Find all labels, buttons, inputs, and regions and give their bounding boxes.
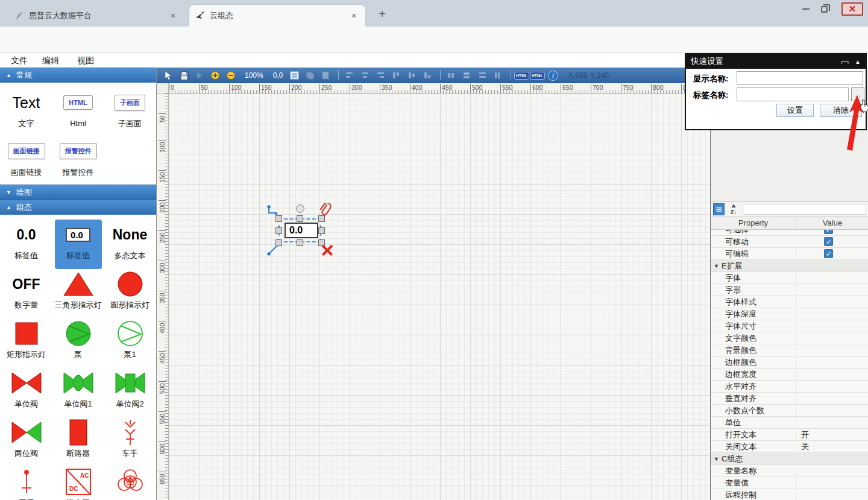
- property-value[interactable]: ✓: [796, 230, 868, 235]
- new-tab-button[interactable]: +: [375, 7, 389, 22]
- property-row-可移动[interactable]: 可移动✓: [711, 236, 868, 248]
- distribute-v-icon[interactable]: [491, 69, 505, 81]
- tab-close-icon[interactable]: ×: [348, 10, 359, 21]
- property-row-字体深度[interactable]: 字体深度: [711, 308, 868, 320]
- collapse-arrow-icon[interactable]: ▲: [855, 59, 861, 65]
- property-value[interactable]: [796, 296, 868, 308]
- resize-handle[interactable]: [297, 239, 303, 246]
- property-row-背景颜色[interactable]: 背景颜色: [711, 344, 868, 356]
- rotate-handle[interactable]: [296, 204, 304, 213]
- property-value[interactable]: [796, 332, 868, 344]
- section-header-scada[interactable]: ▲ 组态: [0, 200, 156, 215]
- palette-item-两位阀[interactable]: 两位阀: [1, 417, 52, 467]
- zoom-out-icon[interactable]: [224, 69, 237, 81]
- property-row-文字颜色[interactable]: 文字颜色: [711, 332, 868, 344]
- palette-item-单位阀2[interactable]: 单位阀2: [104, 368, 156, 417]
- property-row-单位[interactable]: 单位: [711, 417, 868, 429]
- checkbox-checked-icon[interactable]: ✓: [824, 249, 833, 258]
- property-value[interactable]: [796, 356, 868, 368]
- html-export-icon[interactable]: HTML: [515, 69, 528, 81]
- palette-item-报警控件[interactable]: 报警控件报警控件: [52, 136, 104, 185]
- property-value[interactable]: [796, 344, 868, 356]
- palette-item-刀闸[interactable]: 刀闸: [1, 467, 52, 500]
- zoom-in-icon[interactable]: [209, 69, 222, 81]
- property-filter-box[interactable]: [743, 204, 866, 215]
- property-value[interactable]: [796, 417, 868, 428]
- palette-item-矩形指示灯[interactable]: 矩形指示灯: [1, 318, 52, 368]
- align-right-icon[interactable]: [374, 69, 387, 81]
- property-value[interactable]: [796, 405, 868, 416]
- palette-item-三角形指示灯[interactable]: 三角形指示灯: [52, 269, 104, 318]
- property-value[interactable]: ✓: [796, 236, 868, 247]
- dock-icon[interactable]: ⌐¬: [841, 57, 848, 66]
- section-header-general[interactable]: ▲ 常规: [0, 68, 156, 83]
- palette-item-断路器[interactable]: 断路器: [52, 417, 104, 467]
- browser-tab-2-active[interactable]: 云组态 ×: [189, 5, 365, 27]
- palette-item-泵1[interactable]: 泵1: [104, 318, 156, 368]
- palette-item-单位阀1[interactable]: 单位阀1: [52, 368, 104, 417]
- connector-line-icon[interactable]: [266, 243, 280, 256]
- palette-item-圆形指示灯[interactable]: 圆形指示灯: [104, 269, 156, 318]
- resize-handle[interactable]: [297, 215, 303, 222]
- property-value[interactable]: [796, 477, 868, 489]
- property-row-边框颜色[interactable]: 边框颜色: [711, 356, 868, 369]
- palette-item-PT[interactable]: PT: [104, 467, 156, 500]
- property-value[interactable]: [796, 308, 868, 320]
- paste-icon[interactable]: [319, 69, 332, 81]
- property-row-可编辑[interactable]: 可编辑✓: [711, 248, 868, 260]
- property-value[interactable]: [796, 320, 868, 332]
- menu-file[interactable]: 文件: [6, 53, 33, 68]
- property-value[interactable]: [796, 272, 868, 283]
- design-canvas[interactable]: 0.0: [169, 93, 710, 500]
- quick-settings-header[interactable]: 快速设置 ⌐¬ ▲: [686, 54, 866, 69]
- run-icon[interactable]: [193, 69, 206, 81]
- align-top-icon[interactable]: [389, 69, 403, 81]
- display-name-input[interactable]: [737, 71, 863, 85]
- attach-paperclip-icon[interactable]: [318, 203, 333, 219]
- resize-handle[interactable]: [318, 227, 325, 234]
- align-middle-icon[interactable]: [405, 69, 418, 81]
- palette-item-标签值[interactable]: 0.0标签值: [1, 220, 52, 269]
- align-left-icon[interactable]: [342, 69, 356, 81]
- property-row-水平对齐[interactable]: 水平对齐: [711, 381, 868, 393]
- property-row-字体样式[interactable]: 字体样式: [711, 296, 868, 308]
- connector-elbow-icon[interactable]: [266, 204, 278, 217]
- same-height-icon[interactable]: [460, 69, 473, 81]
- property-value[interactable]: [796, 369, 868, 380]
- palette-item-文字[interactable]: Text文字: [1, 87, 52, 136]
- same-width-icon[interactable]: [444, 69, 458, 81]
- distribute-h-icon[interactable]: [476, 69, 489, 81]
- page-setup-icon[interactable]: [288, 69, 301, 81]
- select-cursor-icon[interactable]: [162, 69, 175, 81]
- window-minimize-button[interactable]: [797, 2, 815, 16]
- align-bottom-icon[interactable]: [421, 69, 434, 81]
- property-value[interactable]: [796, 393, 868, 404]
- html-preview-icon[interactable]: HTML: [530, 69, 544, 81]
- menu-edit[interactable]: 编辑: [37, 53, 64, 68]
- window-close-button[interactable]: ✕: [841, 2, 863, 16]
- property-row-变量值[interactable]: 变量值: [711, 477, 868, 489]
- menu-view[interactable]: 视图: [72, 53, 99, 68]
- checkbox-checked-icon[interactable]: ✓: [824, 230, 833, 234]
- property-value[interactable]: [796, 465, 868, 476]
- property-row-C组态[interactable]: ▼C组态: [711, 453, 868, 465]
- property-row-边框宽度[interactable]: 边框宽度: [711, 369, 868, 381]
- property-row-远程控制[interactable]: 远程控制: [711, 489, 868, 500]
- window-restore-button[interactable]: [815, 2, 833, 16]
- property-row-关闭文本[interactable]: 关闭文本关: [711, 441, 868, 453]
- property-value[interactable]: [796, 284, 868, 296]
- property-row-垂直对齐[interactable]: 垂直对齐: [711, 393, 868, 405]
- sort-az-icon[interactable]: AZ↓: [727, 203, 740, 215]
- property-row-打开文本[interactable]: 打开文本开: [711, 429, 868, 441]
- palette-item-标签值[interactable]: 0.0标签值: [55, 220, 102, 269]
- palette-item-泵[interactable]: 泵: [52, 318, 104, 368]
- property-row-变量名称[interactable]: 变量名称: [711, 465, 868, 477]
- palette-item-车手[interactable]: 车手: [104, 417, 156, 467]
- selected-label-value-widget[interactable]: 0.0: [285, 223, 318, 238]
- property-value[interactable]: [796, 381, 868, 392]
- save-icon[interactable]: [177, 69, 190, 81]
- browser-tab-1[interactable]: 思普云大数据平台 ×: [8, 5, 184, 27]
- palette-item-数字量[interactable]: OFF数字量: [1, 269, 52, 318]
- property-row-字体[interactable]: 字体: [711, 272, 868, 284]
- palette-item-画面链接[interactable]: 画面链接画面链接: [1, 136, 52, 185]
